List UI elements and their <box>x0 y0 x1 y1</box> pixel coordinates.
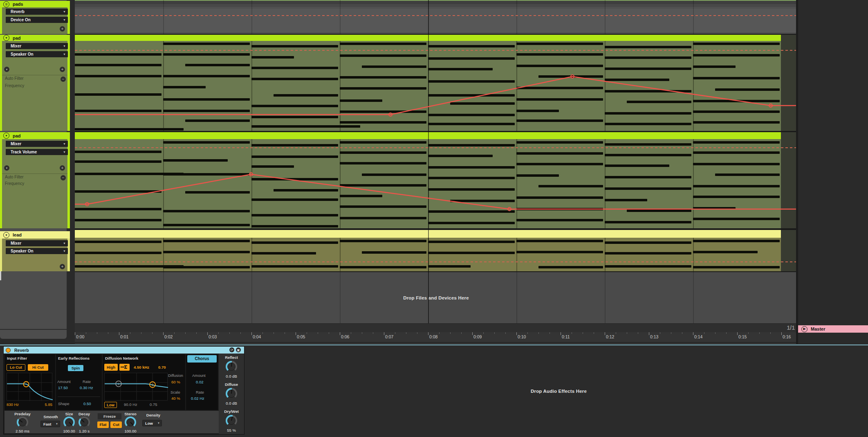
device-on-led[interactable] <box>6 348 11 353</box>
ruler-label: 0:08 <box>429 334 437 339</box>
ruler-tick <box>163 332 164 335</box>
ruler-tick <box>781 332 782 335</box>
play-icon[interactable]: ▶ <box>801 326 807 332</box>
low-shelf-gain[interactable]: 0.75 <box>150 402 157 407</box>
track-fold-icon[interactable]: ▼ <box>3 232 9 238</box>
density-dropdown[interactable]: Low▼ <box>142 420 162 426</box>
midi-note <box>605 123 691 125</box>
add-automation-lane-button[interactable]: + <box>60 264 65 269</box>
stereo-value[interactable]: 100.00 <box>118 429 143 433</box>
smooth-dropdown[interactable]: Fast▼ <box>40 421 60 427</box>
chorus-rate-value[interactable]: 0.02 Hz <box>191 396 204 401</box>
stereo-knob[interactable] <box>125 417 136 428</box>
midi-note <box>693 185 780 187</box>
drywet-value[interactable]: 55 % <box>219 428 244 432</box>
spin-rate-value[interactable]: 0.30 Hz <box>80 385 93 390</box>
midi-note <box>605 112 691 115</box>
add-automation-lane-button[interactable]: + <box>60 67 65 72</box>
param-chooser-lead[interactable]: Speaker On▼ <box>6 248 68 254</box>
midi-note <box>251 241 338 244</box>
add-automation-lane-button[interactable]: + <box>60 26 65 32</box>
reflect-knob[interactable] <box>226 361 237 372</box>
param-chooser-pad1[interactable]: Speaker On▼ <box>6 51 68 57</box>
device-chooser-pads[interactable]: Reverb▼ <box>6 9 68 15</box>
scale-value[interactable]: 40 % <box>171 396 180 401</box>
collapse-lane-button[interactable]: ▼ <box>4 165 9 171</box>
early-reflections-section: Early Reflections Spin Amount Rate 17.50… <box>56 354 102 410</box>
diffuse-value[interactable]: 0.0 dB <box>219 401 244 405</box>
decay-value[interactable]: 1.20 s <box>72 429 96 433</box>
hi-cut-button[interactable]: Hi Cut <box>28 364 48 371</box>
lane-device-pad1[interactable]: Auto Filter <box>5 76 24 81</box>
cut-button[interactable]: Cut <box>110 421 122 428</box>
device-chooser-pad1[interactable]: Mixer▼ <box>6 43 68 49</box>
filter-freq-value[interactable]: 830 Hz <box>7 402 19 407</box>
size-knob[interactable] <box>63 417 75 428</box>
shelf-gain-value[interactable]: 0.70 <box>158 365 166 369</box>
ruler-tick <box>516 332 517 335</box>
device-title-bar[interactable]: Reverb ⟳ ▣ <box>4 347 244 354</box>
time-ruler[interactable]: 0:000:010:020:030:040:050:060:070:080:09… <box>75 332 797 343</box>
track-header-pad2[interactable]: ▼ pad <box>0 132 70 139</box>
insert-marker-playhead[interactable] <box>428 0 429 323</box>
scrub-area[interactable] <box>75 323 797 333</box>
track-fold-icon[interactable]: ▼ <box>3 133 9 139</box>
remove-lane-button[interactable]: − <box>61 77 66 82</box>
ruler-label: 0:11 <box>562 334 570 339</box>
lane-param-pad1[interactable]: Frequency <box>5 83 24 88</box>
filter-res-value[interactable]: 5.85 <box>45 402 53 407</box>
predelay-value[interactable]: 2.50 ms <box>10 429 35 433</box>
lane-param-pad2[interactable]: Frequency <box>5 181 24 186</box>
input-filter-display[interactable] <box>7 373 52 401</box>
decay-knob[interactable] <box>79 417 90 428</box>
midi-note <box>251 198 338 201</box>
param-chooser-pad2[interactable]: Track Volume▼ <box>6 149 68 155</box>
hot-swap-icon[interactable]: ⟳ <box>229 347 234 352</box>
drop-files-area[interactable]: Drop Files and Devices Here <box>75 272 797 323</box>
shelf-curve-icon[interactable] <box>119 364 130 371</box>
drywet-knob[interactable] <box>226 415 237 426</box>
diffusion-value[interactable]: 60 % <box>171 380 180 384</box>
param-chooser-pads[interactable]: Device On▼ <box>6 17 68 23</box>
device-chooser-lead[interactable]: Mixer▼ <box>6 240 68 246</box>
flat-button[interactable]: Flat <box>97 421 109 428</box>
add-automation-lane-button[interactable]: + <box>60 165 65 171</box>
chorus-button[interactable]: Chorus <box>187 355 217 363</box>
midi-note <box>428 252 515 254</box>
ruler-label: 0:16 <box>783 334 791 339</box>
lo-cut-button[interactable]: Lo Cut <box>7 364 25 371</box>
lane-device-pad2[interactable]: Auto Filter <box>5 175 24 179</box>
midi-note <box>693 151 780 154</box>
group-track-pads-lane[interactable] <box>75 0 796 34</box>
ruler-tick <box>207 332 208 335</box>
midi-note <box>516 65 603 67</box>
midi-note <box>605 252 691 255</box>
high-shelf-button[interactable]: High <box>104 364 118 371</box>
track-fold-icon[interactable]: ▼ <box>3 35 9 41</box>
midi-note <box>428 114 515 116</box>
diffusion-display[interactable]: 1 2 <box>104 373 168 401</box>
shape-value[interactable]: 0.50 <box>83 401 91 406</box>
track-name-lead: lead <box>13 232 22 237</box>
track-header-pads[interactable]: ☰ pads <box>0 1 70 7</box>
low-shelf-freq[interactable]: 90.0 Hz <box>124 402 137 407</box>
track-header-pad1[interactable]: ▼ pad <box>0 35 70 41</box>
device-chooser-pad2[interactable]: Mixer▼ <box>6 141 68 147</box>
spin-amount-value[interactable]: 17.50 <box>58 385 68 390</box>
group-fold-icon[interactable]: ☰ <box>3 1 9 7</box>
chorus-amount-value[interactable]: 0.02 <box>196 380 204 384</box>
low-shelf-button[interactable]: Low <box>104 402 117 408</box>
remove-lane-button[interactable]: − <box>61 175 66 180</box>
shelf-freq-value[interactable]: 4.50 kHz <box>134 365 149 369</box>
collapse-lane-button[interactable]: ▼ <box>4 67 9 72</box>
reflect-value[interactable]: 0.0 dB <box>219 374 244 378</box>
track-header-lead[interactable]: ▼ lead <box>0 231 70 239</box>
midi-note <box>163 141 250 144</box>
save-preset-icon[interactable]: ▣ <box>236 347 241 352</box>
ruler-label: 0:03 <box>209 334 217 339</box>
track-header-master[interactable]: ▶ Master <box>798 325 868 333</box>
spin-button[interactable]: Spin <box>68 365 83 371</box>
diffuse-knob[interactable] <box>226 388 237 399</box>
track-panel-pad2: Mixer▼ Track Volume▼ ▼ + Auto Filter − F… <box>0 139 70 228</box>
predelay-knob[interactable] <box>17 417 28 428</box>
